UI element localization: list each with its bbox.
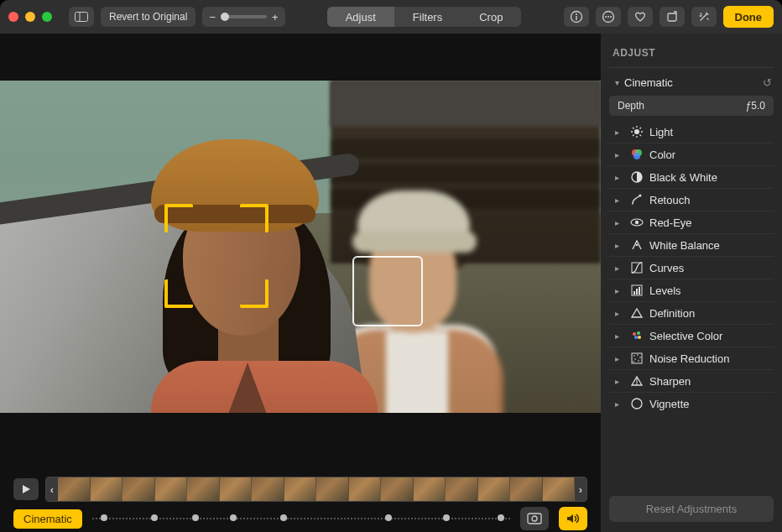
auto-enhance-button[interactable]	[691, 7, 717, 27]
audio-button[interactable]	[559, 507, 587, 530]
cinematic-badge[interactable]: Cinematic	[13, 509, 82, 529]
adjustment-label: Color	[649, 149, 675, 161]
color-icon	[630, 148, 644, 161]
adjustment-retouch[interactable]: ▸Retouch	[609, 188, 774, 211]
svg-rect-33	[639, 287, 640, 295]
chevron-right-icon: ▸	[611, 218, 623, 227]
chevron-right-icon: ▸	[611, 286, 623, 295]
chevron-down-icon: ▾	[611, 78, 623, 87]
adjustment-red-eye[interactable]: ▸Red-Eye	[609, 211, 774, 233]
ellipsis-icon	[602, 10, 615, 23]
close-window-button[interactable]	[8, 12, 18, 22]
selective-color-icon	[630, 329, 644, 342]
adjustment-selective-color[interactable]: ▸Selective Color	[609, 324, 774, 347]
sidebar-toggle-button[interactable]	[69, 7, 94, 27]
adjustment-noise-reduction[interactable]: ▸Noise Reduction	[609, 347, 774, 369]
adjustment-definition[interactable]: ▸Definition	[609, 301, 774, 324]
adjustment-label: Vignette	[649, 398, 689, 410]
more-button[interactable]	[596, 7, 621, 27]
edit-mode-tabs: Adjust Filters Crop	[327, 7, 522, 27]
chevron-right-icon: ▸	[611, 309, 623, 318]
red-eye-icon	[630, 216, 644, 229]
curves-icon	[630, 261, 644, 274]
zoom-in-icon: +	[272, 11, 279, 23]
svg-rect-10	[528, 514, 541, 524]
tab-adjust[interactable]: Adjust	[327, 7, 394, 27]
adjustments-list: ▸Light▸Color▸Black & White▸Retouch▸Red-E…	[609, 121, 774, 415]
info-button[interactable]	[564, 7, 589, 27]
svg-point-36	[634, 336, 638, 339]
focus-keyframe-track[interactable]	[92, 514, 510, 524]
rotate-icon	[665, 10, 679, 23]
window-controls	[8, 12, 52, 22]
svg-point-39	[633, 355, 635, 357]
tab-filters[interactable]: Filters	[394, 7, 461, 27]
reset-adjustments-button[interactable]: Reset Adjustments	[609, 496, 774, 522]
adjustment-vignette[interactable]: ▸Vignette	[609, 392, 774, 415]
trim-end-handle[interactable]: ›	[575, 477, 586, 502]
svg-point-46	[632, 399, 642, 409]
chevron-right-icon: ▸	[611, 354, 623, 363]
minimize-window-button[interactable]	[25, 12, 35, 22]
adjustment-color[interactable]: ▸Color	[609, 143, 774, 165]
svg-rect-9	[668, 13, 676, 21]
adjustment-light[interactable]: ▸Light	[609, 121, 774, 143]
zoom-slider-track[interactable]	[221, 15, 267, 18]
adjustment-label: Levels	[649, 284, 681, 297]
svg-point-37	[638, 336, 641, 339]
playback-controls: ‹ › Cinematic	[0, 470, 601, 532]
info-icon	[570, 10, 583, 23]
timeline-filmstrip[interactable]: ‹ ›	[45, 477, 587, 502]
adjustment-levels[interactable]: ▸Levels	[609, 279, 774, 301]
svg-point-23	[633, 153, 640, 159]
svg-rect-0	[76, 13, 88, 22]
video-canvas[interactable]	[0, 81, 601, 413]
adjust-sidebar: ADJUST ▾ Cinematic ↺ Depth ƒ5.0 ▸Light▸C…	[601, 34, 782, 532]
svg-line-18	[640, 135, 642, 137]
zoom-slider-thumb[interactable]	[221, 13, 229, 21]
adjustment-label: Selective Color	[649, 330, 722, 342]
svg-point-11	[532, 516, 537, 521]
tab-crop[interactable]: Crop	[461, 7, 521, 27]
adjustment-sharpen[interactable]: ▸Sharpen	[609, 369, 774, 392]
depth-control[interactable]: Depth ƒ5.0	[609, 96, 774, 116]
adjustment-label: Noise Reduction	[649, 352, 729, 365]
adjustment-white-balance[interactable]: ▸White Balance	[609, 233, 774, 256]
svg-line-17	[633, 128, 634, 129]
adjustment-label: Retouch	[649, 194, 690, 206]
favorite-button[interactable]	[628, 7, 653, 27]
editor-main: ‹ › Cinematic	[0, 34, 601, 532]
focus-target-icon	[527, 513, 542, 524]
adjustment-curves[interactable]: ▸Curves	[609, 256, 774, 279]
reset-cinematic-button[interactable]: ↺	[763, 76, 772, 89]
depth-label: Depth	[618, 100, 644, 112]
revert-button[interactable]: Revert to Original	[101, 7, 196, 27]
adjustment-label: Red-Eye	[649, 216, 692, 229]
speaker-icon	[566, 513, 581, 524]
cinematic-section-header[interactable]: ▾ Cinematic ↺	[609, 68, 774, 94]
adjustment-black-white[interactable]: ▸Black & White	[609, 165, 774, 188]
chevron-right-icon: ▸	[611, 173, 623, 182]
noise-reduction-icon	[630, 352, 644, 365]
play-button[interactable]	[13, 478, 39, 500]
svg-point-41	[639, 357, 641, 358]
trim-start-handle[interactable]: ‹	[46, 477, 58, 502]
secondary-focus-indicator[interactable]	[352, 256, 423, 326]
manual-focus-button[interactable]	[520, 507, 549, 530]
depth-value: ƒ5.0	[746, 100, 765, 112]
heart-icon	[633, 10, 647, 23]
svg-point-7	[607, 16, 609, 18]
app-window: Revert to Original − + Adjust Filters Cr…	[0, 0, 782, 532]
svg-point-28	[636, 244, 639, 247]
white-balance-icon	[630, 238, 644, 252]
timeline-frames[interactable]	[58, 477, 575, 501]
done-button[interactable]: Done	[723, 6, 774, 28]
svg-point-42	[634, 358, 636, 360]
light-icon	[630, 125, 644, 138]
wand-icon	[697, 10, 711, 23]
zoom-control[interactable]: − +	[202, 7, 284, 27]
rotate-button[interactable]	[659, 7, 685, 27]
primary-focus-indicator[interactable]	[164, 204, 268, 308]
adjustment-label: Definition	[649, 307, 695, 320]
fullscreen-window-button[interactable]	[42, 12, 52, 22]
